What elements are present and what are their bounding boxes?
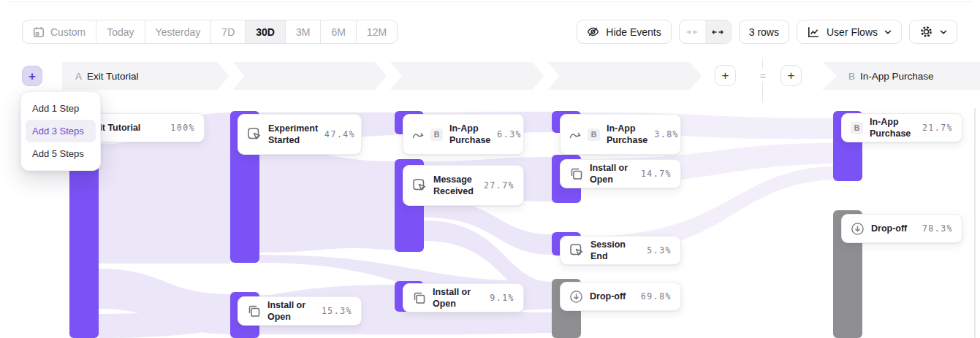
column-width-toggle bbox=[679, 20, 732, 44]
event-label: Drop-off bbox=[590, 291, 634, 302]
end-event-label: In-App Purchase bbox=[860, 71, 934, 82]
add-step-before-end-button[interactable] bbox=[780, 65, 802, 86]
date-range-7d[interactable]: 7D bbox=[211, 20, 246, 43]
event-card-in-app-purchase[interactable]: B In-App Purchase 6.3% bbox=[403, 114, 524, 155]
cursor-click-icon bbox=[412, 178, 427, 193]
date-range-3m[interactable]: 3M bbox=[286, 20, 321, 43]
date-range-label: Custom bbox=[50, 26, 86, 38]
overlapping-squares-icon bbox=[412, 291, 426, 305]
user-flows-canvas: Custom Today Yesterday 7D 30D 3M 6M 12M … bbox=[0, 0, 980, 338]
event-label: Message Received bbox=[433, 174, 477, 198]
hide-events-button[interactable]: Hide Events bbox=[577, 20, 671, 44]
end-event-band[interactable]: B In-App Purchase bbox=[822, 62, 980, 90]
metric-b-badge: B bbox=[588, 128, 600, 141]
event-percent: 100% bbox=[170, 123, 195, 133]
expand-arrows-icon bbox=[712, 28, 723, 37]
settings-dropdown[interactable] bbox=[909, 20, 957, 44]
step-header-segment bbox=[548, 62, 702, 90]
event-percent: 15.3% bbox=[322, 306, 352, 316]
event-percent: 78.3% bbox=[922, 223, 953, 234]
date-range-selector: Custom Today Yesterday 7D 30D 3M 6M 12M bbox=[22, 20, 398, 44]
flow-chart-icon bbox=[807, 26, 820, 39]
collapse-columns-button[interactable] bbox=[680, 20, 705, 43]
date-range-yesterday[interactable]: Yesterday bbox=[145, 20, 212, 43]
overlapping-squares-icon bbox=[247, 304, 261, 318]
event-label: Install or Open bbox=[267, 299, 315, 323]
metric-b-badge: B bbox=[430, 128, 443, 141]
date-range-today[interactable]: Today bbox=[96, 20, 145, 43]
gear-icon bbox=[919, 25, 933, 39]
drop-off-icon bbox=[851, 222, 865, 236]
menu-item-add-3-steps[interactable]: Add 3 Steps bbox=[26, 120, 96, 142]
event-percent: 6.3% bbox=[497, 129, 522, 139]
event-label: In-App Purchase bbox=[870, 116, 916, 140]
event-percent: 69.8% bbox=[641, 291, 672, 301]
date-range-custom[interactable]: Custom bbox=[23, 20, 96, 43]
add-step-button[interactable] bbox=[22, 66, 42, 86]
date-range-30d-selected[interactable]: 30D bbox=[246, 20, 286, 43]
toolbar-right: Hide Events 3 rows User Flows bbox=[577, 20, 957, 44]
redirect-arrow-icon bbox=[569, 130, 581, 139]
end-event-badge: B bbox=[848, 71, 855, 82]
step-header-band: A Exit Tutorial bbox=[62, 62, 705, 90]
event-percent: 9.1% bbox=[490, 293, 514, 303]
event-card-in-app-purchase[interactable]: B In-App Purchase 3.8% bbox=[560, 114, 681, 155]
event-percent: 21.7% bbox=[922, 123, 953, 133]
start-event-label: Exit Tutorial bbox=[87, 71, 139, 82]
add-step-end-button[interactable] bbox=[715, 65, 736, 86]
metric-b-badge: B bbox=[851, 122, 863, 134]
event-label: In-App Purchase bbox=[607, 123, 647, 147]
event-label: Drop-off bbox=[871, 223, 916, 234]
event-card-in-app-purchase-end[interactable]: B In-App Purchase 21.7% bbox=[841, 113, 962, 142]
event-card-drop-off-end[interactable]: Drop-off 78.3% bbox=[841, 214, 962, 243]
cursor-click-icon bbox=[569, 243, 584, 258]
event-label: Install or Open bbox=[433, 286, 483, 310]
expand-columns-button[interactable] bbox=[705, 20, 731, 43]
event-label: Session End bbox=[590, 239, 640, 263]
menu-item-add-1-step[interactable]: Add 1 Step bbox=[26, 97, 96, 120]
event-label: In-App Purchase bbox=[449, 123, 490, 147]
drop-off-icon bbox=[569, 290, 583, 304]
event-card-install-or-open[interactable]: Install or Open 15.3% bbox=[238, 296, 362, 326]
event-card-experiment-started[interactable]: Experiment Started 47.4% bbox=[238, 114, 362, 155]
event-card-drop-off[interactable]: Drop-off 69.8% bbox=[560, 282, 681, 311]
event-percent: 27.7% bbox=[484, 180, 514, 191]
approx-symbol: ≈ bbox=[754, 69, 771, 82]
rows-button[interactable]: 3 rows bbox=[739, 20, 789, 44]
cursor-click-icon bbox=[247, 127, 262, 142]
event-label: Install or Open bbox=[590, 162, 634, 186]
step-header-segment bbox=[390, 62, 544, 90]
overlapping-squares-icon bbox=[569, 167, 583, 181]
step-header-start[interactable]: A Exit Tutorial bbox=[62, 62, 229, 90]
view-selector-dropdown[interactable]: User Flows bbox=[797, 20, 902, 44]
event-card-install-or-open[interactable]: Install or Open 9.1% bbox=[403, 283, 524, 312]
view-selector-label: User Flows bbox=[827, 26, 878, 38]
hide-events-label: Hide Events bbox=[606, 26, 661, 38]
event-percent: 47.4% bbox=[324, 129, 355, 139]
event-card-session-end[interactable]: Session End 5.3% bbox=[560, 236, 681, 265]
event-card-install-or-open[interactable]: Install or Open 14.7% bbox=[560, 159, 681, 188]
menu-item-add-5-steps[interactable]: Add 5 Steps bbox=[26, 142, 96, 165]
chevron-down-icon bbox=[884, 30, 892, 34]
event-percent: 5.3% bbox=[647, 245, 672, 256]
redirect-arrow-icon bbox=[412, 130, 424, 139]
scrollbar[interactable] bbox=[974, 108, 976, 338]
eye-off-icon bbox=[587, 26, 599, 38]
date-range-12m[interactable]: 12M bbox=[357, 20, 397, 43]
event-percent: 14.7% bbox=[641, 169, 672, 179]
event-percent: 3.8% bbox=[654, 129, 679, 139]
add-steps-menu: Add 1 Step Add 3 Steps Add 5 Steps bbox=[20, 91, 101, 171]
step-header-segment bbox=[233, 62, 387, 90]
start-event-badge: A bbox=[75, 71, 82, 82]
calendar-icon bbox=[33, 26, 45, 38]
event-card-message-received[interactable]: Message Received 27.7% bbox=[403, 165, 524, 206]
collapse-arrows-icon bbox=[686, 28, 698, 37]
event-label: Experiment Started bbox=[268, 123, 318, 147]
chevron-down-icon bbox=[940, 30, 947, 34]
date-range-6m[interactable]: 6M bbox=[321, 20, 356, 43]
rows-label: 3 rows bbox=[749, 26, 779, 38]
